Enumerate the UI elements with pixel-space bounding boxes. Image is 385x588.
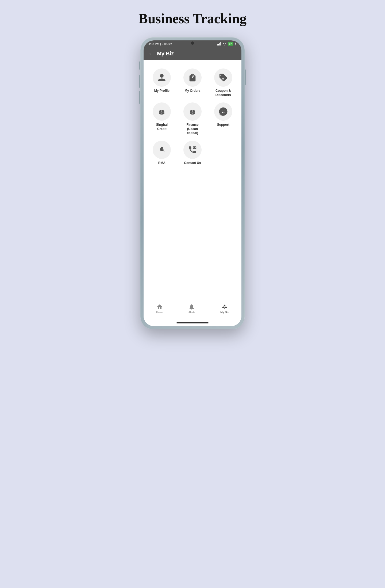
svg-text:$: $	[161, 112, 163, 114]
svg-point-4	[193, 75, 194, 77]
support-label: Support	[217, 123, 229, 127]
svg-rect-18	[224, 111, 225, 112]
status-time: 4:33 PM | 2.9KB/s	[148, 42, 172, 45]
charging-icon	[234, 42, 237, 45]
status-bar: 4:33 PM | 2.9KB/s 87	[144, 40, 241, 47]
contact-icon	[188, 145, 197, 154]
menu-item-rma[interactable]: RMA	[148, 141, 176, 165]
bottom-nav-alerts[interactable]: Alerts	[188, 304, 195, 314]
finance-coins-icon: $ $	[188, 107, 197, 116]
top-navigation: ← My Biz	[144, 47, 241, 60]
signal-icon	[217, 42, 221, 45]
coupon-discounts-label: Coupon &Discounts	[215, 89, 231, 97]
home-icon	[156, 304, 163, 310]
bottom-nav-mybiz[interactable]: My Biz	[220, 304, 229, 314]
support-agent-icon	[219, 107, 228, 116]
volume-up-button	[139, 75, 140, 88]
svg-rect-0	[217, 44, 218, 45]
coupon-discounts-icon-circle: %	[214, 68, 232, 87]
person-icon	[157, 73, 166, 82]
page-title: Business Tracking	[138, 11, 247, 26]
shopping-bag-icon	[188, 73, 197, 82]
bottom-nav-home[interactable]: Home	[156, 304, 163, 314]
nav-title: My Biz	[157, 51, 174, 57]
svg-text:$: $	[161, 110, 162, 112]
svg-point-22	[164, 151, 164, 152]
home-indicator-bar	[176, 322, 209, 323]
coins-icon: $ $	[157, 107, 166, 116]
support-icon-circle	[214, 102, 232, 121]
menu-item-singhal-credit[interactable]: $ $ SinghalCredit	[148, 102, 176, 135]
singhal-credit-label: SinghalCredit	[156, 123, 168, 131]
camera-notch	[191, 41, 194, 45]
alerts-icon	[188, 304, 195, 310]
menu-grid: My Profile My Orders	[148, 66, 237, 167]
wifi-icon	[223, 42, 226, 45]
my-profile-label: My Profile	[154, 89, 170, 93]
bottom-navigation: Home Alerts My Biz	[144, 301, 241, 319]
my-profile-icon-circle	[153, 68, 171, 87]
svg-text:$: $	[192, 110, 193, 112]
power-button	[245, 69, 246, 85]
svg-rect-17	[222, 111, 222, 112]
menu-item-coupon-discounts[interactable]: % Coupon &Discounts	[209, 68, 237, 97]
mybiz-icon	[221, 304, 228, 310]
rma-icon-circle	[153, 141, 171, 159]
svg-rect-23	[193, 146, 196, 149]
singhal-credit-icon-circle: $ $	[153, 102, 171, 121]
contact-us-label: Contact Us	[184, 161, 201, 165]
svg-text:$: $	[192, 112, 193, 114]
svg-rect-3	[220, 42, 221, 45]
home-nav-label: Home	[156, 311, 163, 314]
phone-frame: 4:33 PM | 2.9KB/s 87	[140, 37, 245, 329]
menu-item-support[interactable]: Support	[209, 102, 237, 135]
menu-item-my-profile[interactable]: My Profile	[148, 68, 176, 97]
svg-rect-20	[160, 149, 161, 150]
status-icons: 87	[217, 42, 237, 46]
svg-rect-2	[219, 43, 220, 45]
phone-screen: 4:33 PM | 2.9KB/s 87	[144, 40, 241, 326]
alerts-nav-label: Alerts	[188, 311, 195, 314]
main-content: My Profile My Orders	[144, 60, 241, 301]
svg-rect-1	[218, 44, 219, 45]
volume-down-button	[139, 91, 140, 104]
menu-item-finance[interactable]: $ $ Finance(Udaancapital)	[179, 102, 207, 135]
mybiz-nav-label: My Biz	[220, 311, 229, 314]
finance-icon-circle: $ $	[183, 102, 202, 121]
home-indicator	[144, 319, 241, 326]
coupon-icon: %	[219, 73, 228, 82]
svg-rect-21	[163, 149, 164, 150]
menu-item-my-orders[interactable]: My Orders	[179, 68, 207, 97]
contact-us-icon-circle	[183, 141, 202, 159]
finance-label: Finance(Udaancapital)	[186, 123, 198, 135]
rma-label: RMA	[158, 161, 165, 165]
rma-agent-icon	[157, 145, 166, 154]
my-orders-label: My Orders	[184, 89, 200, 93]
my-orders-icon-circle	[183, 68, 202, 87]
back-button[interactable]: ←	[148, 51, 154, 57]
battery-level: 87	[228, 42, 233, 46]
menu-item-contact-us[interactable]: Contact Us	[179, 141, 207, 165]
svg-text:%: %	[222, 77, 224, 80]
mute-button	[139, 61, 140, 70]
